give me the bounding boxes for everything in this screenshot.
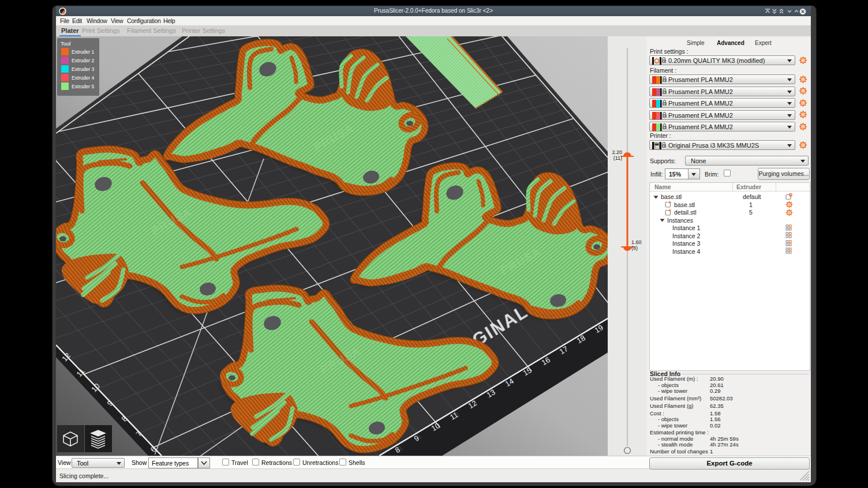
svg-text:1.60: 1.60 [631, 239, 642, 245]
svg-text:(11): (11) [613, 155, 622, 161]
svg-text:2.20: 2.20 [612, 149, 622, 155]
svg-text:(8): (8) [631, 245, 638, 251]
